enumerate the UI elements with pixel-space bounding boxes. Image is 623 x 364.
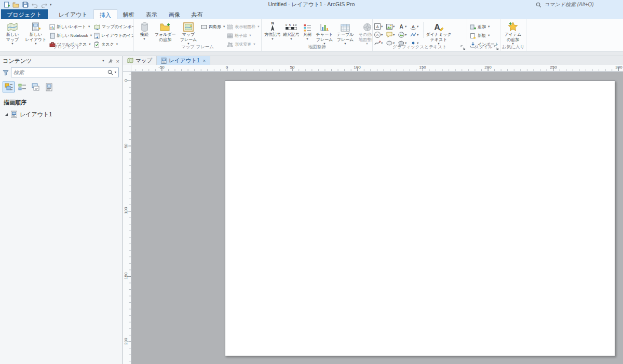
dropdown-caret-icon: ▾	[249, 34, 251, 37]
tab-share[interactable]: 共有	[186, 9, 209, 19]
dropdown-caret-icon: ▾	[381, 33, 383, 37]
pane-menu-caret-icon[interactable]: ▾	[102, 59, 104, 63]
line-button[interactable]: ▾	[410, 31, 422, 39]
tab-view[interactable]: 表示	[140, 9, 163, 19]
dropdown-caret-icon: ▾	[393, 25, 395, 29]
new-map-button[interactable]: 新しい マップ ▾	[2, 21, 23, 46]
rectangle-button[interactable]: 四角形 ▾	[200, 23, 226, 31]
ruler-label: 100	[354, 65, 360, 70]
other-surrounds-button[interactable]: その他の 地図整飾 ▾	[356, 21, 373, 46]
circle-picture-icon	[398, 32, 404, 38]
curved-text-icon: A	[410, 23, 416, 30]
ruler-label: 0	[226, 65, 228, 70]
save-icon[interactable]	[22, 2, 29, 8]
style-add-icon	[470, 24, 476, 30]
dropdown-caret-icon: ▾	[405, 33, 407, 37]
command-search[interactable]: コマンド検索 (Alt+Q)	[536, 1, 619, 9]
contents-search-input[interactable]	[13, 70, 106, 75]
layout-canvas[interactable]	[131, 72, 623, 364]
tab-project[interactable]: プロジェクト	[1, 9, 48, 19]
dynamic-text-button[interactable]: A ダイナミック テキスト ▾	[425, 21, 452, 46]
new-layout-button[interactable]: 新しい レイアウト ▾	[23, 21, 48, 46]
rectangle-text-button[interactable]: A ▾	[374, 22, 386, 31]
dropdown-caret-icon: ▾	[90, 34, 92, 37]
add-folder-icon	[160, 21, 170, 32]
report-icon	[49, 24, 55, 30]
map-tab-icon	[127, 58, 133, 63]
close-icon[interactable]: ×	[116, 58, 119, 64]
ruler-label: 0	[124, 77, 129, 84]
ruler-corner	[123, 65, 131, 72]
open-project-icon[interactable]	[12, 2, 19, 8]
curved-text-button[interactable]: A ▾	[410, 22, 422, 31]
map-frame-button[interactable]: マップ フレーム ▾	[177, 21, 200, 46]
add-folder-button[interactable]: フォルダー の追加	[153, 21, 177, 42]
grid-button[interactable]: 格子線 ▾	[226, 32, 260, 39]
list-by-map-frame-button[interactable]	[30, 82, 42, 92]
dropdown-caret-icon: ▾	[290, 37, 292, 41]
style-add-button[interactable]: 追加 ▾	[469, 23, 500, 31]
ribbon-tab-row: プロジェクト レイアウト 挿入 解析 表示 画像 共有	[0, 9, 623, 19]
new-map-icon	[7, 21, 18, 32]
tab-insert[interactable]: 挿入	[93, 9, 117, 19]
group-label-favorites: お気に入り	[500, 44, 526, 51]
add-item-button[interactable]: アイテム の追加 ▾	[502, 21, 524, 46]
filter-icon[interactable]	[3, 70, 9, 76]
new-notebook-button[interactable]: 新しい Notebook ▾	[48, 32, 93, 39]
ruler-label: 50	[290, 65, 295, 70]
callout-button[interactable]: ▾	[386, 31, 398, 39]
group-label-map-frame: マップ フレーム	[134, 44, 261, 51]
window-title: Untitled - レイアウト1 - ArcGIS Pro	[0, 1, 623, 8]
tab-layout[interactable]: レイアウト	[53, 9, 93, 19]
import-map-button[interactable]: マップのインポート ▾	[93, 23, 134, 31]
dropdown-caret-icon: ▾	[258, 25, 259, 29]
connections-button[interactable]: 接続 ▾	[136, 21, 153, 41]
chart-frame-button[interactable]: チャート フレーム ▾	[314, 21, 335, 46]
ribbon: 新しい マップ ▾ 新しい レイアウト ▾ 新しいレポート ▾ 新しい Note…	[0, 19, 623, 51]
redo-icon[interactable]	[40, 2, 47, 8]
close-tab-icon[interactable]: ×	[203, 58, 206, 63]
qat-customize-caret-icon[interactable]: ▾	[50, 3, 51, 7]
new-report-button[interactable]: 新しいレポート ▾	[48, 23, 93, 31]
contents-pane: コンテンツ ▾ × ▾	[0, 56, 123, 364]
dropdown-caret-icon: ▾	[306, 37, 308, 41]
list-by-drawing-order-button[interactable]	[3, 82, 15, 92]
tab-imagery[interactable]: 画像	[163, 9, 186, 19]
new-project-icon[interactable]	[3, 2, 10, 8]
dropdown-caret-icon: ▾	[223, 25, 225, 29]
search-options-caret-icon[interactable]: ▾	[115, 71, 116, 74]
view-tab-bar: マップ レイアウト1 ×	[123, 56, 623, 65]
drawing-order-heading: 描画順序	[4, 99, 122, 106]
table-frame-button[interactable]: テーブル フレーム ▾	[335, 21, 356, 46]
tree-expander-icon[interactable]	[4, 112, 8, 116]
rectangle-icon	[201, 24, 207, 30]
picture-button[interactable]: ▾	[386, 22, 398, 31]
map-frame-icon	[183, 21, 194, 32]
legend-icon	[303, 21, 312, 32]
north-arrow-button[interactable]: N 方位記号 ▾	[263, 21, 282, 41]
scale-bar-button[interactable]: 0 5 10 縮尺記号 ▾	[282, 21, 301, 41]
import-layout-button[interactable]: レイアウトのインポート ▾	[93, 32, 134, 39]
view-tab-layout1[interactable]: レイアウト1 ×	[157, 56, 210, 65]
circle-text-button[interactable]: A ▾	[374, 31, 386, 39]
dropdown-caret-icon: ▾	[488, 25, 490, 29]
pin-icon[interactable]	[108, 59, 113, 64]
ruler-label: 100	[124, 208, 129, 214]
style-new-button[interactable]: 新規 ▾	[469, 32, 500, 39]
legend-button[interactable]: 凡例 ▾	[301, 21, 314, 41]
extent-frame-button[interactable]: 表示範囲枠 ▾	[226, 23, 260, 31]
view-tab-map[interactable]: マップ	[123, 56, 157, 65]
search-icon[interactable]	[107, 70, 113, 75]
undo-icon[interactable]	[31, 2, 38, 8]
list-by-page-button[interactable]	[43, 82, 55, 92]
layout-item-icon	[10, 111, 18, 118]
list-by-element-button[interactable]	[16, 82, 28, 92]
ruler-label: -50	[158, 65, 165, 70]
tab-analysis[interactable]: 解析	[117, 9, 140, 19]
circle-picture-button[interactable]: ▾	[398, 31, 410, 39]
layout-page[interactable]	[225, 80, 615, 356]
text-button[interactable]: A ▾	[398, 22, 410, 31]
import-map-icon	[94, 24, 100, 30]
tree-item-layout1[interactable]: レイアウト1	[0, 110, 122, 119]
dropdown-caret-icon: ▾	[88, 25, 90, 29]
